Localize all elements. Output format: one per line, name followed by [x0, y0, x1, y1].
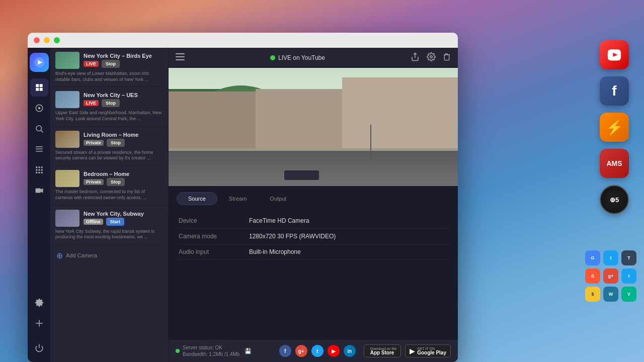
tab-output[interactable]: Output: [258, 192, 298, 205]
audio-input-value: Built-in Microphone: [249, 248, 301, 255]
camera-item-nyc-ues[interactable]: New York City – UES LIVE Stop Upper East…: [50, 87, 168, 126]
camera-item-nyc-subway[interactable]: New York City, Subway Offline Start New …: [50, 206, 168, 245]
mini-tw-icon[interactable]: t: [621, 268, 636, 284]
sidebar-icon-search[interactable]: [30, 120, 48, 138]
stop-button-nyc-birds-eye[interactable]: Stop: [102, 60, 120, 68]
status-badge: Private: [84, 179, 104, 185]
menu-icon[interactable]: [176, 53, 185, 62]
status-badge: Private: [84, 140, 104, 146]
delete-icon[interactable]: [443, 52, 451, 63]
tab-stream[interactable]: Stream: [217, 192, 258, 205]
svg-rect-25: [36, 323, 43, 324]
camera-name: Bedroom – Home: [84, 171, 163, 177]
mini-tumblr-icon[interactable]: T: [621, 250, 636, 265]
mini-icons: G t T S g+ t $ W V: [585, 250, 636, 302]
camera-name: Living Room – Home: [84, 132, 163, 138]
svg-rect-27: [176, 53, 185, 54]
header-actions: [411, 52, 451, 63]
camera-item-living-room[interactable]: Living Room – Home Private Stop Secured …: [50, 127, 168, 166]
app-store-label: App Store: [370, 350, 397, 355]
right-icons: f ⚡ AMS ⊕5: [600, 40, 629, 214]
scene-streetlight: [370, 125, 371, 160]
svg-point-31: [430, 55, 433, 58]
start-button-nyc-subway[interactable]: Start: [106, 218, 125, 226]
stop-button-living-room[interactable]: Stop: [107, 139, 125, 147]
status-badge: Offline: [84, 219, 103, 225]
footer: Server status: OK Bandwidth: 1.2Mb /1.4M…: [169, 339, 458, 362]
sidebar-icon-power[interactable]: [30, 339, 48, 357]
sidebar-icon-add[interactable]: [30, 314, 48, 332]
detail-tabs: Source Stream Output: [169, 186, 458, 205]
camera-description: The master bedroom, connected to my list…: [55, 189, 163, 201]
mini-google-icon[interactable]: G: [585, 250, 600, 265]
youtube-app-icon[interactable]: [600, 40, 629, 69]
mini-wordpress-icon[interactable]: W: [603, 287, 618, 302]
add-camera-icon: ⊕: [56, 251, 63, 260]
bandwidth-text: Bandwidth: 1.2Mb /1.4Mb: [183, 351, 239, 357]
status-badge: LIVE: [84, 100, 99, 106]
detail-row-device: Device FaceTime HD Camera: [179, 213, 448, 229]
mini-twitter2-icon[interactable]: t: [603, 250, 618, 265]
minimize-button[interactable]: [44, 37, 50, 43]
app-store-badge[interactable]: Download on the App Store: [364, 344, 401, 357]
settings-icon[interactable]: [427, 52, 436, 63]
sidebar-icon-video[interactable]: [30, 182, 48, 200]
svg-rect-21: [41, 172, 42, 173]
stop-button-bedroom[interactable]: Stop: [107, 178, 125, 186]
close-button[interactable]: [34, 37, 40, 43]
social-twitter[interactable]: t: [311, 345, 324, 357]
svg-rect-17: [38, 169, 40, 171]
sidebar-icon-home[interactable]: [30, 78, 48, 97]
header-bar: LIVE on YouTube: [169, 48, 458, 68]
video-preview: [169, 68, 458, 186]
camera-thumb: [55, 131, 79, 148]
device-value: FaceTime HD Camera: [249, 217, 309, 224]
sidebar-icon-settings[interactable]: [30, 294, 48, 312]
sidebar-icon-channels[interactable]: [30, 99, 48, 117]
camera-item-nyc-birds-eye[interactable]: New York City – Birds Eye LIVE Stop Bird…: [50, 48, 168, 87]
camera-item-bedroom[interactable]: Bedroom – Home Private Stop The master b…: [50, 166, 168, 205]
camera-mode-label: Camera mode: [179, 233, 249, 240]
svg-rect-18: [41, 169, 42, 171]
camera-thumb: [55, 170, 79, 187]
sidebar-icon-list[interactable]: [30, 140, 48, 158]
add-camera-button[interactable]: ⊕ Add Camera: [50, 245, 168, 266]
scene-car: [284, 170, 319, 180]
tab-source[interactable]: Source: [177, 192, 217, 205]
facebook-app-icon[interactable]: f: [600, 76, 629, 106]
app-logo[interactable]: [30, 53, 49, 72]
mini-vine-icon[interactable]: V: [621, 287, 636, 302]
svg-rect-19: [36, 172, 37, 173]
status-ok-text: Server status: OK: [183, 344, 239, 351]
main-area: LIVE on YouTube: [169, 48, 458, 362]
social-google-plus[interactable]: g+: [295, 345, 307, 357]
detail-row-camera-mode: Camera mode 644x362 30 FPS (RAWVIDEO): [179, 229, 448, 244]
social-linkedin[interactable]: in: [344, 345, 356, 357]
mini-dollar-icon[interactable]: $: [585, 287, 600, 302]
google-play-badge[interactable]: ▶ GET IT ON Google Play: [405, 344, 451, 357]
camera-description: New York City Subway, the rapid transit …: [55, 229, 163, 240]
ams-app-icon[interactable]: AMS: [600, 149, 629, 178]
camera-info: New York City – Birds Eye LIVE Stop: [84, 53, 163, 68]
svg-point-7: [38, 107, 40, 110]
footer-stores: Download on the App Store ▶ GET IT ON Go…: [364, 344, 451, 357]
audio-input-label: Audio input: [179, 248, 249, 255]
social-facebook[interactable]: f: [279, 345, 291, 357]
camera-info: Living Room – Home Private Stop: [84, 132, 163, 147]
thunder-app-icon[interactable]: ⚡: [600, 113, 629, 142]
nyc-street-scene: [169, 68, 458, 186]
mini-icons-row2: S g+ t: [585, 268, 636, 284]
add-camera-label: Add Camera: [66, 252, 97, 258]
sidebar-icon-grid[interactable]: [30, 161, 48, 179]
svg-rect-13: [36, 166, 37, 168]
stop-button-nyc-ues[interactable]: Stop: [102, 99, 120, 107]
mini-stumble-icon[interactable]: S: [585, 268, 600, 284]
share-icon[interactable]: [411, 52, 420, 63]
maximize-button[interactable]: [54, 37, 60, 43]
svg-line-9: [41, 130, 43, 132]
mini-gplus-icon[interactable]: g+: [603, 268, 618, 284]
camera-thumb: [55, 91, 79, 108]
s5-app-icon[interactable]: ⊕5: [600, 185, 629, 214]
svg-rect-4: [36, 88, 39, 91]
social-youtube[interactable]: ▶: [328, 345, 340, 357]
